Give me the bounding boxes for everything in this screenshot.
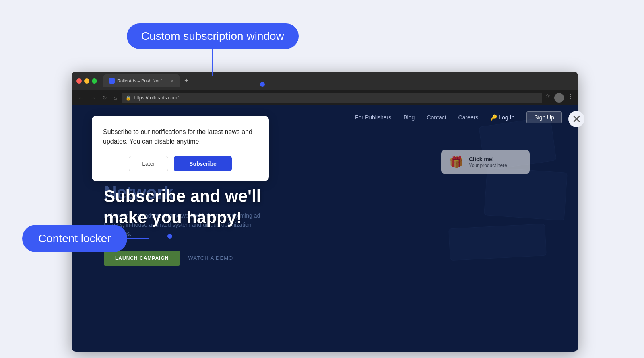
- push-card-title: Click me!: [469, 156, 507, 163]
- maximize-traffic-light[interactable]: [92, 78, 97, 84]
- tab-close-button[interactable]: ✕: [171, 79, 174, 83]
- close-traffic-light[interactable]: [76, 78, 82, 84]
- back-button[interactable]: ←: [76, 94, 85, 102]
- tab-bar: RollerAds – Push Notif.... ✕ +: [103, 74, 573, 87]
- deco-rect-2: [484, 167, 568, 221]
- deco-rect-3: [448, 224, 547, 261]
- lock-icon: 🔒: [126, 95, 131, 101]
- nav-login[interactable]: 🔑 Log In: [490, 114, 514, 121]
- push-card-content: Click me! Your product here: [469, 156, 507, 168]
- tab-title: RollerAds – Push Notif....: [117, 78, 167, 83]
- push-card-subtitle: Your product here: [469, 163, 507, 168]
- callout-bottom-connector-dot: [167, 234, 172, 239]
- site-content: For Publishers Blog Contact Careers 🔑 Lo…: [72, 105, 578, 352]
- url-text: https://rollerads.com/: [134, 95, 178, 101]
- callout-bottom-bubble: Content locker: [22, 225, 127, 252]
- user-avatar[interactable]: [554, 93, 564, 103]
- content-locker-text: Subscribe and we'll make you happy!: [104, 186, 305, 228]
- browser-tab[interactable]: RollerAds – Push Notif.... ✕: [103, 74, 180, 87]
- hero-buttons: LAUNCH CAMPAIGN WATCH A DEMO: [104, 251, 273, 266]
- subscription-popup-text: Subscribe to our notifications for the l…: [103, 127, 258, 146]
- address-actions: ☆ ⋮: [545, 93, 573, 103]
- subscribe-button[interactable]: Subscribe: [174, 156, 232, 171]
- bookmark-icon[interactable]: ☆: [545, 93, 550, 103]
- nav-for-publishers[interactable]: For Publishers: [355, 114, 391, 121]
- push-notification-card[interactable]: 🎁 Click me! Your product here: [441, 150, 530, 174]
- home-button[interactable]: ⌂: [112, 94, 118, 102]
- watch-demo-button[interactable]: WATCH A DEMO: [188, 255, 233, 261]
- reload-button[interactable]: ↻: [101, 94, 109, 102]
- subscription-popup: Subscribe to our notifications for the l…: [92, 116, 269, 181]
- minimize-traffic-light[interactable]: [84, 78, 89, 84]
- push-card-icon: 🎁: [449, 155, 463, 169]
- address-bar[interactable]: 🔒 https://rollerads.com/: [122, 93, 542, 103]
- callout-top-bubble: Custom subscription window: [127, 23, 299, 49]
- content-locker-overlay: Subscribe and we'll make you happy!: [104, 186, 305, 228]
- launch-campaign-button[interactable]: LAUNCH CAMPAIGN: [104, 251, 180, 266]
- callout-top-connector-dot: [260, 82, 265, 87]
- browser-chrome: RollerAds – Push Notif.... ✕ +: [72, 72, 578, 90]
- traffic-lights: [76, 78, 97, 84]
- nav-signup[interactable]: Sign Up: [526, 111, 562, 123]
- nav-contact[interactable]: Contact: [427, 114, 446, 121]
- menu-icon[interactable]: ⋮: [568, 93, 573, 103]
- later-button[interactable]: Later: [129, 156, 168, 171]
- tab-favicon: [109, 78, 115, 84]
- close-button[interactable]: ✕: [568, 111, 584, 127]
- subscription-popup-buttons: Later Subscribe: [103, 156, 258, 171]
- browser-window: RollerAds – Push Notif.... ✕ + ← → ↻ ⌂ 🔒…: [72, 72, 578, 352]
- new-tab-button[interactable]: +: [181, 77, 192, 85]
- address-bar-row: ← → ↻ ⌂ 🔒 https://rollerads.com/ ☆ ⋮: [72, 90, 578, 105]
- nav-careers[interactable]: Careers: [458, 114, 479, 121]
- nav-blog[interactable]: Blog: [403, 114, 415, 121]
- forward-button[interactable]: →: [89, 94, 97, 102]
